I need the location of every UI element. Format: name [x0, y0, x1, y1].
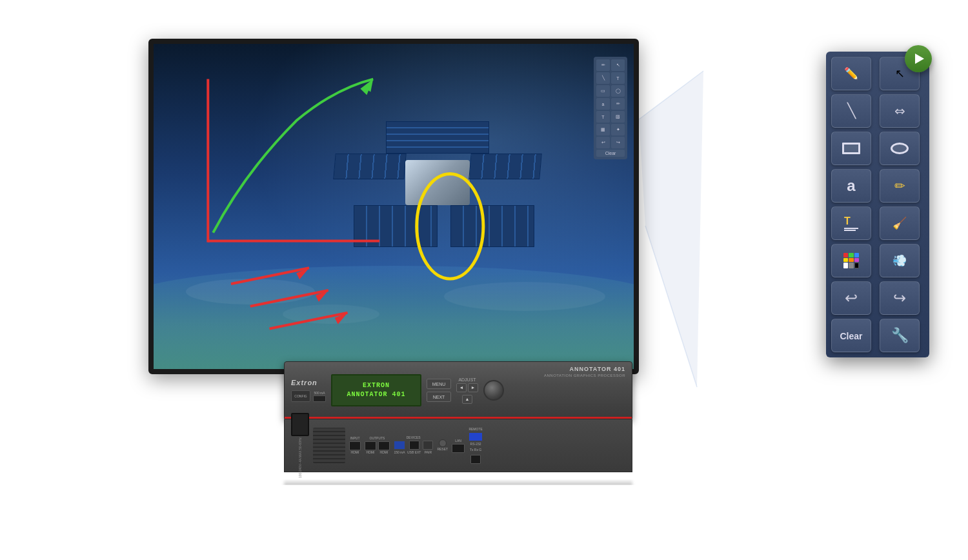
front-panel: Extron CONFIG 500 mA EXTRON ANNOTATOR 40…: [284, 361, 632, 419]
clear-button[interactable]: Clear: [831, 319, 871, 352]
monitor-screen: ✏ ↖ ╲ T ▭ ◯ a ✏ T ▨: [154, 44, 634, 369]
adjust-up-button[interactable]: ▲: [462, 395, 472, 404]
screen-toolbar: ✏ ↖ ╲ T ▭ ◯ a ✏ T ▨: [594, 57, 627, 159]
text-tool-button[interactable]: a: [831, 169, 871, 203]
remote-rj45: [470, 455, 481, 464]
redo-icon: ↪: [893, 290, 906, 306]
wrench-icon: 🔧: [891, 328, 909, 343]
adjust-section: ADJUST ◄ ► ▲: [456, 377, 478, 404]
svg-line-1: [639, 71, 703, 119]
eraser-icon: 🧹: [892, 217, 907, 229]
pencil-tool-button[interactable]: ✏: [880, 169, 920, 203]
adjust-left-button[interactable]: ◄: [456, 383, 467, 392]
hardware-device: Extron CONFIG 500 mA EXTRON ANNOTATOR 40…: [284, 361, 632, 472]
redo-button[interactable]: ↪: [880, 281, 920, 315]
annotator-subtitle: ANNOTATION GRAPHICS PROCESSOR: [544, 374, 625, 377]
undo-button[interactable]: ↩: [831, 281, 871, 315]
output-hdmi-2: [378, 441, 390, 450]
satellite-body: [405, 160, 470, 205]
screen-tb-t: T: [596, 111, 610, 123]
reset-button[interactable]: [439, 439, 447, 447]
adjust-label: ADJUST: [458, 377, 476, 382]
screen-tb-clear: Clear: [596, 150, 625, 157]
solar-panel-top: [386, 121, 489, 154]
oval-tool-button[interactable]: [880, 132, 920, 165]
output-hdmi-1: [365, 441, 376, 450]
screen-tb-oval: ◯: [611, 85, 625, 97]
line-tool-button[interactable]: ╲: [831, 94, 871, 128]
devices-label: DEVICES: [407, 435, 421, 439]
solar-panel-bottom-right: [450, 205, 534, 247]
lcd-line2: ANNOTATOR 401: [347, 390, 405, 399]
extron-logo: Extron: [291, 379, 318, 386]
oval-icon: [891, 143, 909, 154]
lcd-line1: EXTRON: [363, 381, 390, 390]
rs232-label: RS-232: [470, 442, 481, 446]
screen-tb-cursor: ↖: [611, 59, 625, 71]
pen-icon: ✏️: [844, 68, 858, 79]
solar-panel-bottom-left: [354, 205, 438, 247]
color-grid-icon: [843, 253, 859, 268]
annotator-model-label: ANNOTATOR 401: [569, 366, 625, 372]
next-button[interactable]: NEXT: [427, 392, 451, 402]
devices-group: DEVICES 150 mA USB EXT PAIR: [394, 435, 433, 455]
screen-tb-stamp: ✦: [611, 124, 625, 135]
screen-tb-color: ▦: [596, 124, 610, 135]
usb-ext-label: USB EXT: [407, 450, 421, 454]
remote-label: REMOTE: [469, 427, 482, 431]
lcd-display: EXTRON ANNOTATOR 401: [331, 374, 421, 406]
screen-tb-undo: ↩: [596, 137, 610, 148]
adjust-right-button[interactable]: ►: [468, 383, 478, 392]
swap-tool-button[interactable]: ⇔: [880, 94, 920, 128]
satellite-image: [334, 121, 541, 250]
rear-panel: 100-240V~4A MAX 50-60Hz INPUT HDMI OUTPU…: [284, 419, 632, 472]
svg-marker-0: [639, 71, 703, 387]
outputs-group: OUTPUTS HDMI HDMI: [365, 436, 390, 455]
rotary-knob[interactable]: [483, 380, 504, 401]
power-inlet: [291, 413, 309, 436]
hardware-reflection: [284, 479, 632, 485]
cursor-icon: ↖: [895, 68, 905, 79]
usb-ma-label: 150 mA: [394, 450, 405, 454]
lan-label: LAN: [455, 439, 461, 443]
tx-label: Tx Rx G: [470, 448, 481, 452]
output-hdmi-1-label: HDMI: [367, 450, 375, 454]
text-format-button[interactable]: T: [831, 206, 871, 240]
menu-button[interactable]: MENU: [427, 379, 451, 389]
front-usb-port: [313, 395, 326, 402]
pair-port: [423, 441, 433, 450]
usb-ext-port: [409, 441, 419, 450]
remote-group: REMOTE RS-232 Tx Rx G: [469, 427, 483, 464]
eraser-tool-button[interactable]: 🧹: [880, 206, 920, 240]
config-label: CONFIG: [294, 394, 307, 398]
settings-button[interactable]: 🔧: [880, 319, 920, 352]
color-picker-button[interactable]: [831, 244, 871, 277]
rect-icon: [842, 143, 860, 154]
config-button[interactable]: CONFIG: [291, 390, 310, 402]
lan-port: [452, 444, 465, 453]
reset-label: RESET: [437, 447, 448, 451]
output-hdmi-2-label: HDMI: [380, 450, 388, 454]
reset-group: RESET: [437, 439, 448, 452]
play-icon: [915, 54, 924, 64]
rect-tool-button[interactable]: [831, 132, 871, 165]
svg-line-2: [645, 226, 697, 387]
play-button[interactable]: [905, 45, 932, 72]
line-icon: ╲: [847, 104, 856, 118]
hdmi-input-label: HDMI: [351, 450, 359, 454]
toolbar-panel: ✏️ ↖ ╲ ⇔ a: [826, 52, 929, 357]
monitor-display: ✏ ↖ ╲ T ▭ ◯ a ✏ T ▨: [148, 39, 639, 374]
stamp-tool-button[interactable]: 💨: [880, 244, 920, 277]
lan-group: LAN: [452, 439, 465, 453]
pen-tool-button[interactable]: ✏️: [831, 57, 871, 90]
text-icon: a: [847, 178, 855, 194]
clear-label: Clear: [840, 331, 862, 341]
toolbar-grid: ✏️ ↖ ╲ ⇔ a: [831, 57, 924, 352]
screen-tb-pen: ✏: [596, 59, 610, 71]
rs232-port: [469, 432, 483, 441]
stamp-icon: 💨: [892, 255, 907, 266]
undo-icon: ↩: [845, 290, 858, 306]
main-container: ✏ ↖ ╲ T ▭ ◯ a ✏ T ▨: [0, 0, 968, 560]
input-label: INPUT: [350, 436, 360, 440]
screen-tb-pencil: ✏: [611, 98, 625, 110]
